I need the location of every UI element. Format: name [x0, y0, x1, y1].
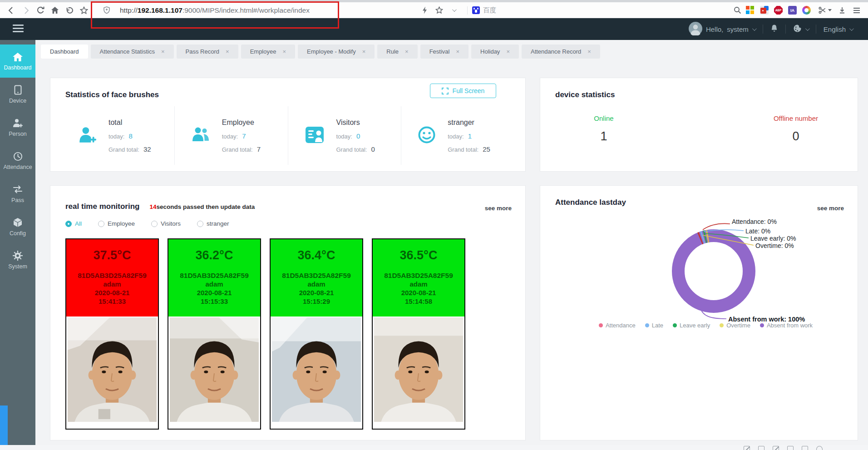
- attendance-lastday-panel: Attendance lastday see more Attendance: …: [540, 185, 858, 440]
- flash-icon[interactable]: [419, 4, 431, 17]
- chevron-down-icon[interactable]: [448, 4, 460, 17]
- today-count: 7: [242, 132, 246, 140]
- tab-festival[interactable]: Festival×: [420, 45, 469, 59]
- filter-all[interactable]: All: [65, 220, 82, 227]
- notifications-button[interactable]: [770, 24, 778, 34]
- close-icon[interactable]: ×: [456, 49, 459, 54]
- sidebar-item-device[interactable]: Device: [0, 78, 35, 111]
- full-screen-button[interactable]: Full Screen: [430, 84, 496, 98]
- language-menu[interactable]: English: [824, 25, 853, 33]
- face-photo: [272, 317, 361, 422]
- legend-leave-early[interactable]: Leave early: [673, 322, 710, 329]
- address-bar[interactable]: http://192.168.1.107:9000/MIPS/index.htm…: [120, 6, 310, 15]
- tab-pass-record[interactable]: Pass Record×: [177, 45, 238, 59]
- person-name: adam: [271, 280, 362, 288]
- chart-legend: Attendance Late Leave early Overtime Abs…: [540, 322, 858, 329]
- tab-attendance-record[interactable]: Attendance Record×: [522, 45, 600, 59]
- browser-menu-icon[interactable]: [851, 4, 863, 17]
- today-count: 0: [356, 132, 360, 140]
- offline-label: Offline number: [757, 114, 834, 122]
- capture-time: 15:41:33: [66, 297, 158, 306]
- bookmark-star-icon[interactable]: [78, 4, 90, 17]
- close-icon[interactable]: ×: [362, 49, 366, 54]
- sidebar-item-pass[interactable]: Pass: [0, 177, 35, 210]
- person-add-icon: [78, 125, 97, 146]
- legend-attendance[interactable]: Attendance: [599, 322, 636, 329]
- theme-menu[interactable]: [793, 24, 809, 34]
- extension-ia-icon[interactable]: IA: [788, 6, 797, 15]
- back-icon[interactable]: [5, 4, 17, 17]
- filter-stranger[interactable]: stranger: [197, 220, 229, 227]
- close-icon[interactable]: ×: [226, 49, 229, 54]
- close-icon[interactable]: ×: [506, 49, 510, 54]
- legend-absent[interactable]: Absent from work: [760, 322, 813, 329]
- forward-icon[interactable]: [20, 4, 32, 17]
- sidebar-item-person[interactable]: Person: [0, 111, 35, 144]
- tab-employee[interactable]: Employee×: [241, 45, 295, 59]
- close-icon[interactable]: ×: [282, 49, 286, 54]
- legend-overtime[interactable]: Overtime: [720, 322, 750, 329]
- site-shield-icon[interactable]: [101, 4, 113, 17]
- temperature: 36.5°C: [373, 239, 464, 262]
- quick-search-box[interactable]: 百度: [472, 6, 622, 15]
- annotation-toolbar-icons[interactable]: [744, 446, 823, 450]
- download-icon[interactable]: [836, 4, 848, 17]
- close-icon[interactable]: ×: [587, 49, 591, 54]
- sidebar-toggle-icon[interactable]: [13, 25, 24, 34]
- online-label: Online: [565, 114, 642, 122]
- sidebar-item-attendance[interactable]: Attendance: [0, 144, 35, 177]
- close-icon[interactable]: ×: [405, 49, 409, 54]
- chevron-down-icon: [849, 26, 854, 31]
- id-card-icon: [305, 126, 325, 146]
- legend-dot: [760, 323, 764, 327]
- tab-dashboard[interactable]: Dashboard: [41, 45, 88, 59]
- extension-dice-icon[interactable]: [760, 6, 769, 15]
- filter-employee[interactable]: Employee: [98, 220, 135, 227]
- sidebar-item-dashboard[interactable]: Dashboard: [0, 45, 35, 78]
- stat-employee: Employee today:7 Grand total:7: [175, 106, 288, 165]
- cube-icon: [13, 218, 22, 228]
- extension-adblock-icon[interactable]: ABP: [774, 6, 783, 15]
- close-icon[interactable]: ×: [161, 49, 165, 54]
- today-count: 1: [468, 132, 472, 140]
- card-status-header: 36.5°C 81D5AB3D25A82F59 adam 2020-08-21 …: [373, 239, 464, 316]
- search-engine-label: 百度: [483, 6, 496, 15]
- undo-icon[interactable]: [64, 4, 75, 17]
- extension-microsoft-icon[interactable]: [746, 6, 755, 15]
- reload-icon[interactable]: [35, 4, 46, 17]
- device-statistics-panel: device statistics Online 1 Offline numbe…: [540, 78, 858, 172]
- tab-attendance-statistics[interactable]: Attendance Statistics×: [91, 45, 174, 59]
- chevron-down-icon: [805, 26, 810, 31]
- chart-callout: Attendance: 0%: [732, 218, 777, 225]
- tab-rule[interactable]: Rule×: [377, 45, 417, 59]
- offline-stat: Offline number 0: [757, 114, 834, 143]
- grand-total-count: 7: [257, 145, 261, 153]
- online-stat: Online 1: [565, 114, 642, 143]
- sidebar-item-system[interactable]: System: [0, 243, 35, 277]
- scissors-icon[interactable]: [816, 4, 828, 17]
- filter-visitors[interactable]: Visitors: [151, 220, 181, 227]
- chart-callout: Overtime: 0%: [755, 242, 794, 249]
- tab-holiday[interactable]: Holiday×: [471, 45, 519, 59]
- capture-time: 15:15:33: [168, 297, 260, 306]
- see-more-link[interactable]: see more: [485, 205, 512, 212]
- radio-icon: [151, 221, 158, 227]
- favorites-star-icon[interactable]: [434, 4, 445, 17]
- sidebar-item-config[interactable]: Config: [0, 210, 35, 243]
- panel-title: Statistics of face brushes: [65, 90, 159, 99]
- extension-colorwheel-icon[interactable]: [802, 6, 811, 15]
- radio-icon: [65, 221, 72, 227]
- monitor-filter-group: All Employee Visitors stranger: [65, 220, 229, 227]
- user-menu[interactable]: Hello, system: [689, 22, 755, 37]
- person-add-icon: [13, 118, 23, 129]
- radio-icon: [98, 221, 104, 227]
- realtime-monitoring-panel: real time monitoring 14seconds passed th…: [50, 185, 526, 440]
- face-photo: [374, 317, 463, 422]
- tab-employee-modify[interactable]: Employee - Modify×: [298, 45, 375, 59]
- side-drawer-handle[interactable]: [0, 405, 8, 445]
- device-id: 81D5AB3D25A82F59: [168, 272, 260, 280]
- scissors-menu-caret[interactable]: [828, 9, 832, 11]
- legend-late[interactable]: Late: [645, 322, 663, 329]
- home-icon[interactable]: [49, 4, 61, 17]
- search-icon[interactable]: [731, 4, 743, 17]
